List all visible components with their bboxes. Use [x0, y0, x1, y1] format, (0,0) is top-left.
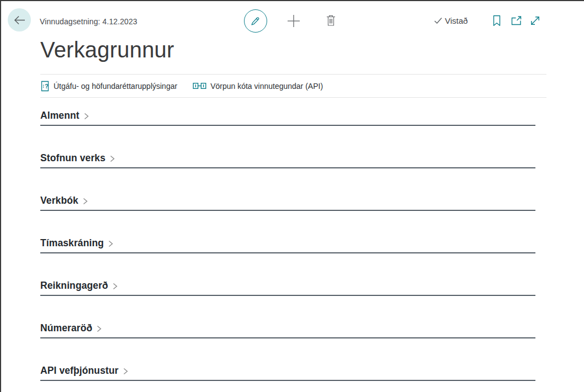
edit-pencil-button[interactable] [244, 9, 267, 33]
link-label: Útgáfu- og höfundaréttarupplýsingar [54, 82, 177, 91]
saved-status: Vistað [434, 16, 468, 25]
page-action-links: ? Útgáfu- og höfundaréttarupplýsingar Vö… [40, 75, 584, 97]
release-notes-icon: ? [40, 81, 50, 92]
new-document-button[interactable] [286, 14, 301, 28]
jobs-setup-page: Vinnudagsetning: 4.12.2023 [0, 0, 584, 392]
section-api-vefthjonustur[interactable]: API vefþjónustur [40, 364, 535, 381]
chevron-right-icon [109, 155, 115, 162]
back-button[interactable] [8, 8, 31, 31]
chevron-right-icon [123, 368, 129, 375]
work-date-label: Vinnudagsetning: 4.12.2023 [40, 17, 137, 26]
section-stofnun-verks[interactable]: Stofnun verks [40, 151, 535, 168]
section-verkbok[interactable]: Verkbók [40, 194, 535, 211]
link-label: Vörpun kóta vinnutegundar (API) [210, 82, 323, 91]
section-timaskraning[interactable]: Tímaskráning [40, 236, 535, 253]
open-in-new-window-icon [511, 15, 522, 26]
open-in-new-window-button[interactable] [511, 15, 522, 26]
link-release-copyright-info[interactable]: ? Útgáfu- og höfundaréttarupplýsingar [40, 81, 177, 92]
section-almennt[interactable]: Almennt [40, 109, 535, 126]
arrow-left-icon [13, 15, 26, 25]
expand-diagonal-icon [529, 15, 541, 27]
pencil-icon [250, 15, 261, 27]
delete-button[interactable] [326, 14, 336, 27]
section-numerarod[interactable]: Númeraröð [40, 321, 535, 338]
section-label: Verkbók [40, 194, 78, 207]
top-bar: Vinnudagsetning: 4.12.2023 [1, 1, 584, 33]
chevron-right-icon [96, 325, 102, 332]
expand-page-button[interactable] [529, 15, 541, 27]
chevron-right-icon [83, 113, 89, 120]
chevron-right-icon [112, 283, 118, 290]
divider [40, 97, 546, 98]
saved-label: Vistað [445, 16, 468, 25]
section-label: Númeraröð [40, 321, 92, 335]
plus-icon [286, 14, 301, 28]
section-label: Stofnun verks [40, 151, 105, 165]
section-label: Almennt [40, 109, 79, 122]
code-mapping-icon [193, 81, 206, 91]
page-title: Verkagrunnur [40, 36, 584, 63]
section-label: Reikningagerð [40, 279, 108, 292]
section-label: Tímaskráning [40, 236, 104, 250]
check-icon [434, 17, 443, 24]
fasttab-sections: Almennt Stofnun verks Verkbók Tímaskráni… [40, 109, 535, 381]
bookmark-icon [492, 15, 501, 27]
chevron-right-icon [82, 198, 88, 205]
svg-text:?: ? [45, 83, 49, 89]
bookmark-button[interactable] [492, 15, 501, 27]
trash-icon [326, 14, 336, 27]
section-label: API vefþjónustur [40, 364, 119, 377]
link-api-work-type-mapping[interactable]: Vörpun kóta vinnutegundar (API) [193, 81, 323, 91]
section-reikningagerd[interactable]: Reikningagerð [40, 279, 535, 296]
chevron-right-icon [108, 240, 114, 247]
